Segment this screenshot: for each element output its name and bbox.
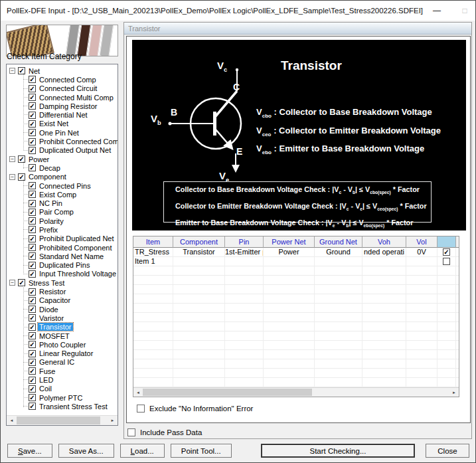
checkbox-checked[interactable]: ✓ <box>29 314 36 322</box>
row-check-cell[interactable] <box>437 322 456 331</box>
table-row-empty[interactable] <box>133 331 459 341</box>
row-check-cell[interactable] <box>437 350 456 359</box>
table-cell[interactable] <box>264 378 315 387</box>
table-cell[interactable] <box>362 322 406 331</box>
tree-item-photo-coupler[interactable]: ✓Photo Coupler <box>7 340 118 349</box>
scroll-right-icon[interactable]: ► <box>449 388 459 397</box>
tree-horizontal-scrollbar[interactable]: ◄ ► <box>7 415 118 425</box>
row-check-cell[interactable] <box>437 313 456 322</box>
row-check-cell[interactable] <box>437 331 456 341</box>
column-header-component[interactable]: Component <box>173 236 225 248</box>
table-cell[interactable] <box>173 331 225 341</box>
table-row-empty[interactable] <box>133 378 459 387</box>
table-cell[interactable] <box>225 304 264 313</box>
table-cell[interactable] <box>133 341 173 350</box>
checkbox-checked[interactable]: ✓ <box>29 147 36 154</box>
table-cell[interactable] <box>225 378 264 387</box>
table-cell[interactable] <box>315 359 362 369</box>
table-cell[interactable] <box>362 294 406 304</box>
minimize-button[interactable]: — <box>423 1 451 21</box>
table-cell[interactable]: 1st-Emitter p <box>225 248 264 257</box>
table-cell[interactable] <box>173 369 225 378</box>
table-cell[interactable] <box>362 359 406 369</box>
column-header-ground-net[interactable]: Ground Net <box>315 236 362 248</box>
table-cell[interactable] <box>133 294 173 304</box>
tree-item-nc-pin[interactable]: ✓NC Pin <box>7 199 118 207</box>
table-cell[interactable] <box>315 331 362 341</box>
checkbox-checked[interactable]: ✓ <box>29 252 36 260</box>
table-cell[interactable] <box>264 257 315 266</box>
save-as-button[interactable]: Save As... <box>58 444 114 458</box>
scroll-left-icon[interactable]: ◄ <box>7 416 17 425</box>
checkbox-checked[interactable]: ✓ <box>29 76 36 83</box>
table-cell[interactable] <box>406 369 437 378</box>
checkbox-checked[interactable]: ✓ <box>29 217 36 225</box>
tree-item-differential-net[interactable]: ✓Differential Net <box>7 110 118 119</box>
checkbox-checked[interactable]: ✓ <box>18 173 25 181</box>
table-cell[interactable] <box>315 294 362 304</box>
table-cell[interactable] <box>362 378 406 387</box>
checkbox-checked[interactable]: ✓ <box>29 367 36 375</box>
table-cell[interactable] <box>264 313 315 322</box>
checkbox-checked[interactable]: ✓ <box>29 288 36 296</box>
table-cell[interactable] <box>264 276 315 285</box>
tree-item-transient-stress-test[interactable]: ✓Transient Stress Test <box>7 402 118 411</box>
checkbox-checked[interactable]: ✓ <box>443 248 450 256</box>
table-cell[interactable]: Item 1 <box>133 257 173 266</box>
collapse-icon[interactable]: − <box>9 174 15 180</box>
point-tool-button[interactable]: Point Tool... <box>171 444 232 458</box>
tree-item-connected-pins[interactable]: ✓Connected Pins <box>7 181 118 190</box>
table-cell[interactable] <box>264 359 315 369</box>
table-cell[interactable] <box>173 294 225 304</box>
table-cell[interactable] <box>225 359 264 369</box>
row-check-cell[interactable] <box>437 369 456 378</box>
checkbox-checked[interactable]: ✓ <box>29 306 36 313</box>
tree-item-exist-net[interactable]: ✓Exist Net <box>7 120 118 128</box>
checkbox-checked[interactable]: ✓ <box>29 235 36 242</box>
table-cell[interactable] <box>406 341 437 350</box>
tree-item-pair-comp[interactable]: ✓Pair Comp <box>7 208 118 217</box>
checkbox-checked[interactable]: ✓ <box>29 244 36 251</box>
checkbox-checked[interactable]: ✓ <box>18 279 25 286</box>
start-checking-button[interactable]: Start Checking... <box>261 444 415 458</box>
row-check-cell[interactable] <box>437 276 456 285</box>
table-row-empty[interactable] <box>133 304 459 313</box>
row-check-cell[interactable]: ✓ <box>437 248 456 257</box>
tree-item-connected-multi-comp[interactable]: ✓Connected Multi Comp <box>7 93 118 102</box>
checkbox-checked[interactable]: ✓ <box>29 112 36 119</box>
checkbox-checked[interactable]: ✓ <box>29 191 36 198</box>
table-row-empty[interactable] <box>133 350 459 359</box>
checkbox-checked[interactable]: ✓ <box>29 138 36 145</box>
table-cell[interactable] <box>225 257 264 266</box>
checkbox-checked[interactable]: ✓ <box>18 155 25 163</box>
tree-item-prohibit-connected-comp[interactable]: ✓Prohibit Connected Comp <box>7 137 118 145</box>
checkbox-checked[interactable]: ✓ <box>29 120 36 128</box>
table-cell[interactable] <box>133 313 173 322</box>
table-cell[interactable] <box>406 266 437 276</box>
table-cell[interactable] <box>315 257 362 266</box>
table-cell[interactable] <box>362 285 406 294</box>
table-cell[interactable] <box>173 276 225 285</box>
table-row-empty[interactable] <box>133 322 459 331</box>
checkbox-checked[interactable]: ✓ <box>29 94 36 101</box>
table-cell[interactable]: TR_Stress <box>133 248 173 257</box>
load-button[interactable]: Load... <box>120 444 165 458</box>
checkbox-checked[interactable]: ✓ <box>29 182 36 189</box>
checkbox-checked[interactable]: ✓ <box>29 164 36 171</box>
table-cell[interactable] <box>173 350 225 359</box>
tree-item-diode[interactable]: ✓Diode <box>7 305 118 314</box>
exclude-no-information-checkbox[interactable] <box>137 405 145 413</box>
row-check-cell[interactable] <box>437 257 456 266</box>
table-cell[interactable] <box>315 378 362 387</box>
table-cell[interactable] <box>315 322 362 331</box>
table-cell[interactable] <box>173 341 225 350</box>
table-cell[interactable] <box>225 285 264 294</box>
table-cell[interactable] <box>225 276 264 285</box>
table-cell[interactable] <box>225 369 264 378</box>
table-cell[interactable] <box>315 266 362 276</box>
checkbox-checked[interactable]: ✓ <box>29 209 36 216</box>
table-cell[interactable] <box>406 359 437 369</box>
table-cell[interactable] <box>133 276 173 285</box>
row-check-cell[interactable] <box>437 266 456 276</box>
tree-item-one-pin-net[interactable]: ✓One Pin Net <box>7 128 118 137</box>
